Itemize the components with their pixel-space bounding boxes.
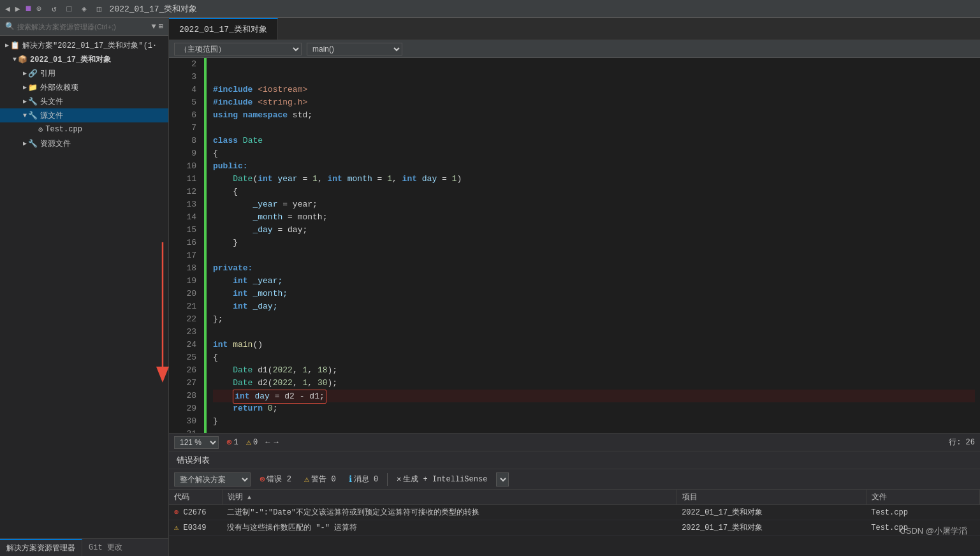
error-row-icon: ⊗ <box>174 508 179 517</box>
scope-filter-dropdown[interactable]: 整个解决方案 <box>174 472 251 486</box>
line-number: 10 <box>174 160 196 173</box>
code-line: class Date <box>213 135 975 147</box>
warning-triangle-icon: ⚠ <box>246 437 251 448</box>
tab-filename: 2022_01_17_类和对象 <box>179 24 267 35</box>
line-number: 23 <box>174 326 196 339</box>
error-table-row[interactable]: ⊗ C2676 二进制"-":"Date"不定义该运算符或到预定义运算符可接收的… <box>169 505 980 520</box>
arrow-icon: ▶ <box>23 84 27 91</box>
warning-row-icon: ⚠ <box>174 523 179 532</box>
error-table-row[interactable]: ⚠ E0349 没有与这些操作数匹配的 "-" 运算符 2022_01_17_类… <box>169 520 980 536</box>
code-line: } <box>213 415 975 428</box>
line-number: 19 <box>174 275 196 288</box>
source-icon: 🔧 <box>28 111 38 121</box>
line-number: 2 <box>174 58 196 71</box>
line-number: 14 <box>174 211 196 224</box>
warning-status-icon[interactable]: ⚠ 0 <box>246 437 258 448</box>
sidebar-item-references[interactable]: ▶ 🔗 引用 <box>0 66 168 80</box>
info-icon: ℹ <box>349 474 352 485</box>
code-editor[interactable]: 2345678910111213141516171819202122232425… <box>169 58 980 433</box>
line-number: 29 <box>174 402 196 415</box>
line-number: 26 <box>174 364 196 377</box>
col-description: 说明 ▲ <box>222 490 676 505</box>
watermark: CSDN @小屠学滔 <box>900 525 967 537</box>
code-line: using namespace std; <box>213 109 975 122</box>
error-highlight: int day = d2 - d1; <box>233 390 326 404</box>
sidebar-item-external-deps[interactable]: ▶ 📁 外部依赖项 <box>0 80 168 94</box>
build-filter[interactable]: ✕ 生成 + IntelliSense <box>393 472 491 486</box>
code-line: return 0; <box>213 402 975 415</box>
line-number: 21 <box>174 300 196 313</box>
errors-badge[interactable]: ⊗ 错误 2 <box>256 472 295 486</box>
editor-toolbar: （主项范围） main() <box>169 40 980 58</box>
line-number: 24 <box>174 339 196 351</box>
tab-solution-explorer[interactable]: 解决方案资源管理器 <box>0 539 82 556</box>
solution-explorer-panel: 🔍 ▼ ⊞ ▶ 📋 解决方案"2022_01_17_类和对象"(1· ▼ 📦 2… <box>0 18 169 556</box>
line-number: 25 <box>174 351 196 364</box>
error-file-cell: Test.cpp <box>866 505 979 520</box>
error-status-icon[interactable]: ⊗ 1 <box>226 437 238 448</box>
error-icon: ⊗ <box>260 474 265 485</box>
code-line: { <box>213 147 975 160</box>
function-dropdown[interactable]: main() <box>307 43 402 55</box>
code-line <box>213 122 975 135</box>
file-tab: 2022_01_17_类和对象 <box>110 3 198 15</box>
code-line: int _year; <box>213 275 975 288</box>
error-code-cell: ⚠ E0349 <box>169 520 222 536</box>
nav-forward-icon[interactable]: ▶ <box>15 4 20 14</box>
warning-icon: ⚠ <box>304 474 309 485</box>
sidebar-item-resources[interactable]: ▶ 🔧 资源文件 <box>0 136 168 150</box>
new-folder-icon[interactable]: ⊞ <box>159 22 163 31</box>
code-line: } <box>213 237 975 249</box>
top-toolbar: ◀ ▶ ■ ⊙ ↺ □ ◈ ◫ 2022_01_17_类和对象 <box>0 0 980 18</box>
col-file: 文件 <box>866 490 979 505</box>
sidebar-item-testcpp[interactable]: ▶ ⚙️ Test.cpp <box>0 122 168 136</box>
line-number: 5 <box>174 96 196 109</box>
code-line: Date d2(2022, 1, 30); <box>213 377 975 390</box>
file-tree: ▶ 📋 解决方案"2022_01_17_类和对象"(1· ▼ 📦 2022_01… <box>0 36 168 538</box>
code-content-area[interactable]: #include <iostream>#include <string.h>us… <box>208 58 980 433</box>
build-dropdown[interactable]: ▼ <box>496 472 509 486</box>
line-number: 28 <box>174 390 196 402</box>
code-line: }; <box>213 313 975 326</box>
search-input[interactable] <box>17 23 149 31</box>
code-line: { <box>213 351 975 364</box>
editor-tab-bar: 2022_01_17_类和对象 <box>169 18 980 40</box>
scope-dropdown[interactable]: （主项范围） <box>174 43 302 55</box>
code-line: int _day; <box>213 300 975 313</box>
search-bar[interactable]: 🔍 ▼ ⊞ <box>0 18 168 36</box>
nav-left-icon[interactable]: ← <box>265 438 270 447</box>
nav-back-icon[interactable]: ◀ <box>5 4 10 14</box>
line-number: 6 <box>174 109 196 122</box>
deps-icon: 📁 <box>28 83 38 92</box>
search-dropdown-icon[interactable]: ▼ <box>152 22 156 31</box>
error-code-cell: ⊗ C2676 <box>169 505 222 520</box>
warnings-badge[interactable]: ⚠ 警告 0 <box>300 472 340 486</box>
messages-badge[interactable]: ℹ 消息 0 <box>345 472 382 486</box>
nav-right-icon[interactable]: → <box>274 438 278 447</box>
sidebar-item-source[interactable]: ▼ 🔧 源文件 <box>0 108 168 122</box>
line-number: 17 <box>174 249 196 262</box>
code-line <box>213 428 975 433</box>
sidebar-item-headers[interactable]: ▶ 🔧 头文件 <box>0 94 168 108</box>
zoom-select[interactable]: 121 % <box>174 436 219 449</box>
code-line <box>213 249 975 262</box>
col-code: 代码 <box>169 490 222 505</box>
code-line: Date d1(2022, 1, 18); <box>213 364 975 377</box>
tab-git-changes[interactable]: Git 更改 <box>82 539 129 556</box>
arrow-icon: ▼ <box>23 112 27 119</box>
line-number: 13 <box>174 198 196 211</box>
line-number: 27 <box>174 377 196 390</box>
code-line: int day = d2 - d1; <box>213 390 975 402</box>
error-desc-cell: 没有与这些操作数匹配的 "-" 运算符 <box>222 520 676 536</box>
cpp-file-icon: ⚙️ <box>38 125 43 135</box>
line-number: 11 <box>174 173 196 186</box>
code-line: int _month; <box>213 288 975 300</box>
line-number: 31 <box>174 428 196 433</box>
toolbar-separator <box>387 473 388 486</box>
error-panel-title: 错误列表 <box>169 451 980 469</box>
sidebar-item-solution[interactable]: ▶ 📋 解决方案"2022_01_17_类和对象"(1· <box>0 38 168 52</box>
sidebar-item-project[interactable]: ▼ 📦 2022_01_17_类和对象 <box>0 52 168 66</box>
arrow-icon: ▶ <box>23 98 27 105</box>
header-icon: 🔧 <box>28 97 38 106</box>
editor-tab-active[interactable]: 2022_01_17_类和对象 <box>169 18 278 40</box>
